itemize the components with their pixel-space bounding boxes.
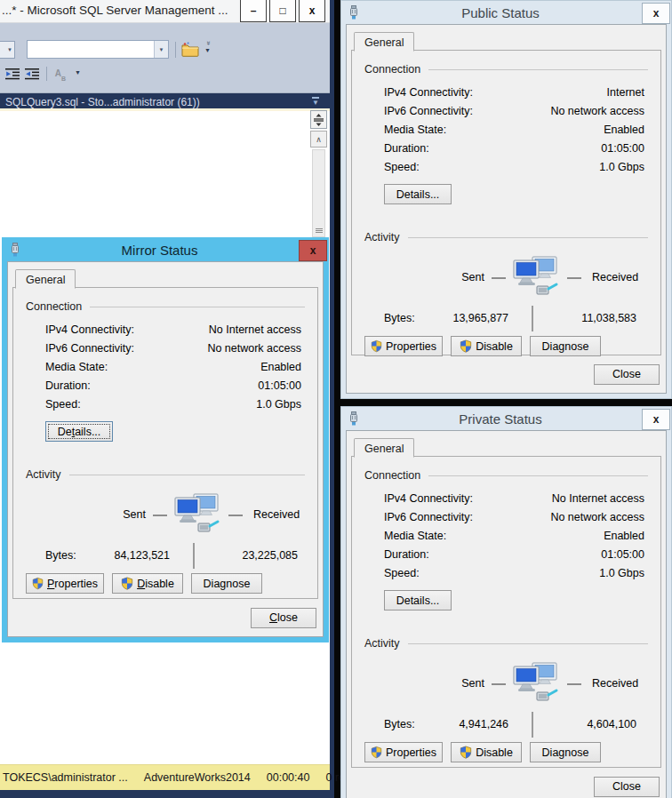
row-label: Duration: (45, 379, 91, 392)
connection-group-header: Connection (26, 300, 305, 313)
details-button[interactable]: Details... (384, 590, 452, 610)
open-file-button[interactable] (180, 38, 201, 60)
disable-button[interactable]: Disable (451, 742, 522, 762)
row-label: Media State: (384, 530, 446, 542)
bytes-row: Bytes: 13,965,877 11,038,583 (364, 304, 650, 336)
active-files-dropdown-icon[interactable]: ▼ (312, 97, 319, 107)
dialog-titlebar: Private Status x (340, 406, 672, 430)
uac-shield-icon (460, 339, 472, 353)
row-label: IPv4 Connectivity: (384, 86, 473, 99)
row-label: Speed: (45, 398, 81, 411)
toolbar-overflow-button[interactable]: ▼ (75, 68, 81, 76)
row-label: IPv6 Connectivity: (384, 511, 473, 523)
scroll-up-button[interactable]: ∧ (310, 131, 327, 148)
row-label: Speed: (384, 161, 420, 173)
row-value: Enabled (604, 124, 644, 136)
connection-row: Media State: Enabled (26, 361, 307, 373)
dialog-titlebar: Public Status x (340, 0, 672, 24)
dialog-close-button[interactable]: x (642, 409, 670, 430)
disable-button[interactable]: Disable (451, 336, 522, 356)
chevron-down-icon: ▼ (75, 69, 81, 76)
bytes-sent-value: 4,941,246 (364, 718, 508, 730)
connection-row: Speed: 1.0 Gbps (364, 161, 650, 173)
row-value: Enabled (604, 530, 644, 542)
combo-dropdown-button[interactable]: ▼ (154, 41, 168, 58)
toolbar-overflow-button[interactable]: » ▼ (204, 39, 211, 53)
dash-line (567, 277, 581, 279)
maximize-button[interactable]: □ (269, 0, 296, 22)
bytes-sent-value: 84,123,521 (26, 549, 170, 562)
status-duration: 00:00:40 (267, 771, 310, 784)
network-plug-icon (348, 5, 359, 20)
close-icon: x (653, 413, 660, 426)
bytes-row: Bytes: 84,123,521 23,225,085 (26, 541, 307, 573)
close-button[interactable]: Close (251, 608, 316, 628)
bytes-sent-value: 13,965,877 (364, 312, 508, 324)
dialog-tabrow: General (351, 438, 661, 457)
uac-shield-icon (460, 746, 472, 759)
dialog-body: General Connection IPv4 Connectivity: No… (7, 261, 324, 637)
overflow-chevron-icon: » (204, 41, 211, 44)
computers-network-icon (513, 662, 559, 703)
tab-general[interactable]: General (354, 32, 414, 52)
decrease-indent-button[interactable] (4, 66, 21, 82)
sent-label: Sent (26, 508, 146, 521)
dialog-footer: Close (351, 355, 661, 393)
vertical-scrollbar[interactable] (312, 149, 325, 237)
activity-group-header: Activity (364, 637, 648, 650)
tab-general[interactable]: General (15, 269, 76, 289)
diagnose-button[interactable]: Diagnose (530, 336, 601, 356)
computers-network-icon (513, 256, 559, 297)
increase-indent-button[interactable] (23, 66, 41, 82)
convert-case-button[interactable]: A B (51, 65, 70, 82)
tab-general[interactable]: General (354, 438, 414, 458)
group-divider (408, 237, 648, 238)
disable-button[interactable]: Disable (112, 573, 183, 594)
row-label: Media State: (384, 124, 446, 136)
database-combo[interactable]: ▼ (27, 40, 169, 59)
row-label: Speed: (384, 567, 420, 579)
diagnose-button[interactable]: Diagnose (191, 573, 262, 594)
bytes-received-value: 4,604,100 (551, 718, 636, 730)
details-button[interactable]: Details... (384, 184, 452, 204)
connection-group-title: Connection (364, 63, 420, 76)
network-plug-icon (348, 411, 359, 427)
dash-line (492, 683, 506, 685)
received-label: Received (592, 677, 638, 690)
connection-row: Duration: 01:05:00 (26, 379, 307, 392)
diagnose-button[interactable]: Diagnose (530, 742, 601, 762)
left-combo-partial[interactable]: ▼ (0, 41, 15, 59)
properties-button[interactable]: Properties (26, 573, 104, 594)
connection-row: IPv6 Connectivity: No network access (364, 511, 650, 523)
connection-group-header: Connection (364, 469, 648, 482)
document-tab[interactable]: SQLQuery3.sql - Sto...administrator (61)… (0, 96, 312, 108)
dash-line (492, 277, 506, 279)
increase-indent-icon (25, 68, 40, 81)
row-value: 01:05:00 (601, 548, 644, 561)
window-close-button[interactable]: x (299, 0, 325, 22)
close-button[interactable]: Close (594, 777, 660, 797)
sent-received-row: Sent (26, 493, 307, 536)
splitter-handle[interactable] (310, 110, 327, 129)
details-button[interactable]: Details... (45, 421, 113, 442)
sent-label: Sent (364, 271, 484, 283)
sent-label: Sent (364, 677, 484, 690)
connection-group-title: Connection (26, 300, 82, 313)
properties-button[interactable]: Properties (364, 742, 443, 762)
status-database: AdventureWorks2014 (144, 771, 251, 784)
dialog-close-button[interactable]: x (299, 240, 327, 261)
minimize-button[interactable]: – (240, 0, 267, 22)
activity-group-header: Activity (26, 468, 305, 481)
close-icon: x (653, 7, 660, 20)
editor-top-line (0, 108, 330, 111)
properties-button[interactable]: Properties (364, 336, 443, 356)
close-button[interactable]: Close (594, 364, 660, 385)
dialog-close-button[interactable]: x (642, 3, 670, 24)
network-status-dialog: Mirror Status x General Connection IPv4 … (2, 237, 329, 642)
dash-line (567, 683, 581, 685)
activity-group-title: Activity (26, 468, 61, 481)
connection-row: Media State: Enabled (364, 530, 650, 542)
row-value: No network access (550, 511, 644, 523)
window-title: ...* - Microsoft SQL Server Management .… (0, 0, 237, 22)
scrollbar-grip-icon (316, 228, 323, 234)
